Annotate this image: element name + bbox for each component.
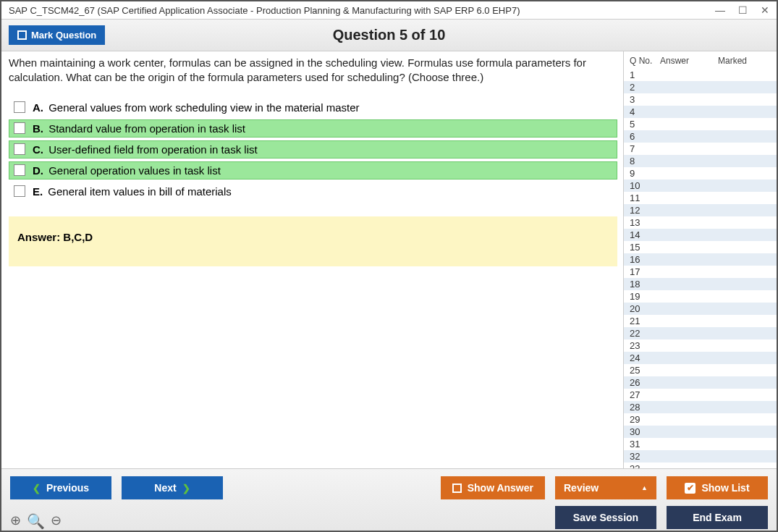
next-button[interactable]: Next ❯ bbox=[122, 476, 223, 499]
checkbox-icon[interactable] bbox=[14, 185, 25, 197]
checkbox-icon[interactable] bbox=[14, 101, 25, 113]
review-button[interactable]: Review ▲ bbox=[555, 476, 656, 499]
minimize-icon[interactable]: — bbox=[715, 4, 725, 16]
main-panel: When maintaining a work center, formulas… bbox=[1, 51, 623, 468]
question-row[interactable]: 7 bbox=[624, 143, 777, 155]
question-row[interactable]: 10 bbox=[624, 180, 777, 192]
question-row[interactable]: 16 bbox=[624, 253, 777, 266]
question-row[interactable]: 4 bbox=[624, 106, 777, 118]
question-row[interactable]: 29 bbox=[624, 413, 777, 426]
save-session-button[interactable]: Save Session bbox=[555, 506, 656, 529]
question-list-panel: Q No. Answer Marked 12345678910111213141… bbox=[623, 51, 777, 468]
option-text: A. General values from work scheduling v… bbox=[33, 101, 360, 114]
question-row[interactable]: 8 bbox=[624, 155, 777, 167]
question-row[interactable]: 31 bbox=[624, 438, 777, 450]
options-list: A. General values from work scheduling v… bbox=[9, 98, 617, 200]
button-row-2: ⊕ 🔍 ⊖ Save Session End Exam bbox=[10, 505, 768, 530]
maximize-icon[interactable]: ☐ bbox=[738, 4, 748, 16]
option-text: D. General operation values in task list bbox=[33, 164, 221, 177]
question-row[interactable]: 6 bbox=[624, 130, 777, 143]
question-row[interactable]: 17 bbox=[624, 266, 777, 278]
question-row[interactable]: 12 bbox=[624, 204, 777, 216]
question-row[interactable]: 9 bbox=[624, 167, 777, 180]
question-text: When maintaining a work center, formulas… bbox=[9, 56, 617, 85]
checkbox-icon[interactable] bbox=[14, 122, 25, 134]
question-row[interactable]: 32 bbox=[624, 450, 777, 463]
option-text: E. General item values in bill of materi… bbox=[33, 185, 232, 198]
question-row[interactable]: 28 bbox=[624, 401, 777, 413]
window-controls: — ☐ ✕ bbox=[715, 4, 769, 16]
answer-box: Answer: B,C,D bbox=[9, 216, 617, 266]
next-label: Next bbox=[154, 482, 176, 494]
zoom-reset-icon[interactable]: ⊕ bbox=[10, 512, 21, 530]
question-row[interactable]: 23 bbox=[624, 339, 777, 352]
review-label: Review bbox=[564, 482, 599, 494]
col-marked: Marked bbox=[718, 56, 774, 66]
topbar: Mark Question Question 5 of 10 bbox=[1, 19, 777, 51]
question-row[interactable]: 30 bbox=[624, 426, 777, 438]
mark-question-button[interactable]: Mark Question bbox=[9, 25, 105, 45]
checkbox-icon bbox=[452, 484, 462, 493]
question-row[interactable]: 5 bbox=[624, 118, 777, 130]
question-row[interactable]: 24 bbox=[624, 352, 777, 364]
chevron-left-icon: ❮ bbox=[33, 483, 41, 494]
content-area: When maintaining a work center, formulas… bbox=[1, 51, 777, 468]
question-row[interactable]: 21 bbox=[624, 315, 777, 327]
question-row[interactable]: 19 bbox=[624, 290, 777, 303]
question-row[interactable]: 13 bbox=[624, 216, 777, 229]
window-title: SAP C_TSCM42_67 (SAP Certified Applicati… bbox=[9, 5, 520, 16]
question-row[interactable]: 25 bbox=[624, 364, 777, 376]
col-qno: Q No. bbox=[630, 56, 660, 66]
show-answer-button[interactable]: Show Answer bbox=[441, 476, 545, 499]
col-answer: Answer bbox=[660, 56, 718, 66]
button-row-1: ❮ Previous Next ❯ Show Answer Review ▲ ✔… bbox=[10, 476, 768, 499]
close-icon[interactable]: ✕ bbox=[761, 4, 769, 16]
check-icon: ✔ bbox=[685, 483, 695, 494]
zoom-out-icon[interactable]: ⊖ bbox=[51, 512, 62, 530]
question-row[interactable]: 26 bbox=[624, 376, 777, 389]
end-exam-button[interactable]: End Exam bbox=[667, 506, 768, 529]
option-text: B. Standard value from operation in task… bbox=[33, 122, 245, 135]
chevron-right-icon: ❯ bbox=[182, 483, 190, 494]
zoom-controls: ⊕ 🔍 ⊖ bbox=[10, 512, 62, 530]
question-row[interactable]: 22 bbox=[624, 327, 777, 339]
titlebar: SAP C_TSCM42_67 (SAP Certified Applicati… bbox=[1, 1, 777, 19]
show-list-label: Show List bbox=[701, 482, 749, 494]
option-A[interactable]: A. General values from work scheduling v… bbox=[9, 98, 617, 117]
question-list-header: Q No. Answer Marked bbox=[624, 51, 777, 69]
show-answer-label: Show Answer bbox=[468, 482, 533, 494]
option-E[interactable]: E. General item values in bill of materi… bbox=[9, 182, 617, 200]
question-row[interactable]: 2 bbox=[624, 81, 777, 93]
question-counter: Question 5 of 10 bbox=[333, 27, 446, 43]
show-list-button[interactable]: ✔ Show List bbox=[667, 476, 768, 499]
mark-question-label: Mark Question bbox=[31, 30, 96, 41]
bottom-bar: ❮ Previous Next ❯ Show Answer Review ▲ ✔… bbox=[1, 468, 777, 532]
previous-label: Previous bbox=[46, 482, 89, 494]
triangle-up-icon: ▲ bbox=[641, 484, 648, 491]
checkbox-icon[interactable] bbox=[14, 164, 25, 176]
question-row[interactable]: 20 bbox=[624, 303, 777, 315]
question-row[interactable]: 14 bbox=[624, 229, 777, 241]
end-exam-label: End Exam bbox=[693, 512, 742, 523]
question-row[interactable]: 27 bbox=[624, 389, 777, 401]
option-C[interactable]: C. User-defined field from operation in … bbox=[9, 140, 617, 159]
question-list-body[interactable]: 1234567891011121314151617181920212223242… bbox=[624, 69, 777, 468]
question-row[interactable]: 18 bbox=[624, 278, 777, 290]
question-row[interactable]: 11 bbox=[624, 192, 777, 204]
question-row[interactable]: 15 bbox=[624, 241, 777, 253]
checkbox-icon bbox=[17, 30, 27, 40]
question-row[interactable]: 1 bbox=[624, 69, 777, 81]
previous-button[interactable]: ❮ Previous bbox=[10, 476, 111, 499]
question-row[interactable]: 3 bbox=[624, 93, 777, 106]
save-session-label: Save Session bbox=[573, 512, 638, 523]
option-D[interactable]: D. General operation values in task list bbox=[9, 161, 617, 180]
zoom-in-icon[interactable]: 🔍 bbox=[27, 512, 45, 530]
option-text: C. User-defined field from operation in … bbox=[33, 143, 258, 156]
checkbox-icon[interactable] bbox=[14, 143, 25, 155]
option-B[interactable]: B. Standard value from operation in task… bbox=[9, 119, 617, 138]
question-row[interactable]: 33 bbox=[624, 463, 777, 468]
